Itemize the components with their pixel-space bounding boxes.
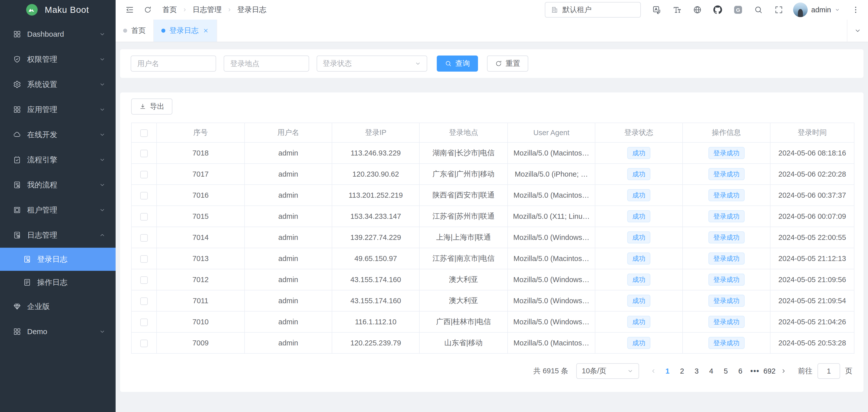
username-input[interactable] xyxy=(131,56,216,72)
cell-operation: 登录成功 xyxy=(683,163,770,185)
row-checkbox[interactable] xyxy=(140,340,148,347)
login-location-input[interactable] xyxy=(224,56,309,72)
column-header-ip: 登录IP xyxy=(332,123,420,142)
operation-badge: 登录成功 xyxy=(708,168,745,180)
fullscreen-icon[interactable] xyxy=(774,5,783,14)
cell-username: admin xyxy=(245,206,332,227)
kebab-menu-icon[interactable] xyxy=(851,5,860,14)
chevdown-icon xyxy=(99,182,105,188)
gitee-icon[interactable]: G xyxy=(734,5,743,14)
close-icon[interactable] xyxy=(203,27,209,34)
page-number-5[interactable]: 5 xyxy=(718,364,733,378)
row-checkbox[interactable] xyxy=(140,255,148,263)
cell-user-agent: Mozilla/5.0 (iPhone; … xyxy=(508,163,595,185)
export-button[interactable]: 导出 xyxy=(131,98,173,115)
tenant-select[interactable]: 默认租户 xyxy=(545,2,641,18)
page-number-2[interactable]: 2 xyxy=(675,364,689,378)
reset-button[interactable]: 重置 xyxy=(487,56,528,72)
pagination: 共 6915 条 10条/页 123456•••692 前往 页 xyxy=(131,363,852,379)
chevdown-icon xyxy=(99,328,105,335)
page-size-select[interactable]: 10条/页 xyxy=(576,363,639,379)
breadcrumb-item-log[interactable]: 日志管理 xyxy=(192,5,222,15)
tab-options-button[interactable] xyxy=(847,20,868,42)
page-number-4[interactable]: 4 xyxy=(704,364,718,378)
cell-time: 2024-05-06 08:18:16 xyxy=(770,142,854,163)
tab-login-log[interactable]: 登录日志 xyxy=(154,20,217,42)
cell-status: 成功 xyxy=(595,227,683,248)
cell-ip: 153.34.233.147 xyxy=(332,206,420,227)
row-checkbox[interactable] xyxy=(140,319,148,326)
cell-id: 7018 xyxy=(157,142,245,163)
cell-select xyxy=(131,227,157,248)
cell-status: 成功 xyxy=(595,311,683,332)
tab-home[interactable]: 首页 xyxy=(116,20,154,42)
collapse-sidebar-icon[interactable] xyxy=(125,5,134,14)
cell-id: 7017 xyxy=(157,163,245,185)
row-checkbox[interactable] xyxy=(140,213,148,221)
sidebar-item-my-workflow[interactable]: 我的流程 xyxy=(0,172,116,197)
cell-user-agent: Mozilla/5.0 (Macintos… xyxy=(508,248,595,269)
sidebar-item-online-dev[interactable]: 在线开发 xyxy=(0,122,116,147)
diamond-icon xyxy=(13,303,21,311)
sidebar-item-workflow-engine[interactable]: 流程引擎 xyxy=(0,147,116,172)
sidebar-item-enterprise[interactable]: 企业版 xyxy=(0,294,116,319)
cell-status: 成功 xyxy=(595,206,683,227)
page-content: 登录状态 查询 重置 导出 xyxy=(116,42,868,412)
refresh-icon[interactable] xyxy=(144,6,152,14)
chevron-down-icon xyxy=(835,7,840,12)
page-unit-label: 页 xyxy=(845,366,852,376)
cell-select xyxy=(131,163,157,185)
row-checkbox[interactable] xyxy=(140,297,148,305)
cell-id: 7016 xyxy=(157,185,245,206)
language-globe-icon[interactable] xyxy=(693,5,702,14)
cell-operation: 登录成功 xyxy=(683,206,770,227)
row-checkbox[interactable] xyxy=(140,276,148,284)
sidebar-item-dashboard[interactable]: Dashboard xyxy=(0,22,116,47)
cell-select xyxy=(131,311,157,332)
row-checkbox[interactable] xyxy=(140,192,148,199)
user-name: admin xyxy=(811,6,831,14)
cell-location: 山东省|移动 xyxy=(420,332,508,353)
building-icon xyxy=(551,6,558,13)
page-number-3[interactable]: 3 xyxy=(689,364,704,378)
table-card: 导出 序号 用户名 登录IP 登录地点 User Agent 登录状态 xyxy=(120,92,864,392)
sidebar-subitem-login-log[interactable]: 登录日志 xyxy=(0,248,116,271)
cell-ip: 113.201.252.219 xyxy=(332,185,420,206)
tab-dot xyxy=(161,29,165,33)
row-checkbox[interactable] xyxy=(140,150,148,157)
login-status-select[interactable]: 登录状态 xyxy=(317,56,427,72)
user-menu[interactable]: admin xyxy=(793,2,840,17)
search-icon[interactable] xyxy=(754,5,763,14)
cell-username: admin xyxy=(245,163,332,185)
select-all-checkbox[interactable] xyxy=(140,129,148,137)
font-size-icon[interactable] xyxy=(673,5,682,14)
next-page-button[interactable] xyxy=(777,364,790,378)
row-checkbox[interactable] xyxy=(140,171,148,178)
sidebar-item-tenant-management[interactable]: 租户管理 xyxy=(0,197,116,223)
cell-select xyxy=(131,142,157,163)
header-select-all xyxy=(131,123,157,142)
sidebar-subitem-operation-log[interactable]: 操作日志 xyxy=(0,271,116,294)
row-checkbox[interactable] xyxy=(140,234,148,242)
page-number-692[interactable]: 692 xyxy=(762,364,777,378)
query-button[interactable]: 查询 xyxy=(437,56,478,72)
page-number-6[interactable]: 6 xyxy=(733,364,748,378)
goto-page-input[interactable] xyxy=(817,363,840,379)
sidebar-item-app-management[interactable]: 应用管理 xyxy=(0,97,116,122)
github-icon[interactable] xyxy=(713,5,722,14)
translate-icon[interactable] xyxy=(652,5,661,14)
prev-page-button[interactable] xyxy=(647,364,660,378)
cell-select xyxy=(131,206,157,227)
page-number-1[interactable]: 1 xyxy=(660,364,675,378)
sidebar-item-system-settings[interactable]: 系统设置 xyxy=(0,72,116,97)
status-badge: 成功 xyxy=(627,189,650,201)
page-more[interactable]: ••• xyxy=(748,364,762,378)
breadcrumb-item-home[interactable]: 首页 xyxy=(162,5,177,15)
cell-user-agent: Mozilla/5.0 (Macintos… xyxy=(508,185,595,206)
sidebar-item-demo[interactable]: Demo xyxy=(0,319,116,344)
status-badge: 成功 xyxy=(627,274,650,286)
top-header: 首页 日志管理 登录日志 默认租户 G admin xyxy=(116,0,868,20)
chevron-right-icon xyxy=(780,368,787,374)
sidebar-item-permission[interactable]: 权限管理 xyxy=(0,47,116,72)
sidebar-item-log-management[interactable]: 日志管理 xyxy=(0,223,116,248)
